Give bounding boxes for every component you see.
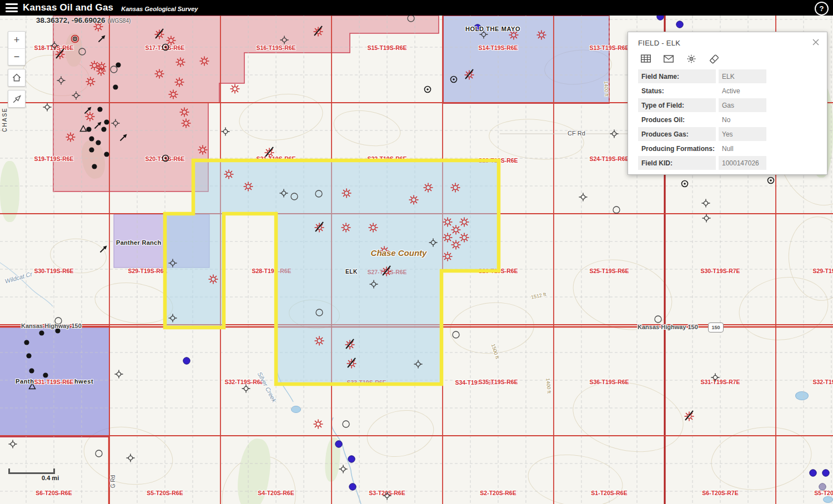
well-gas[interactable] bbox=[198, 145, 208, 155]
well-oil[interactable] bbox=[116, 62, 121, 67]
well-gas[interactable] bbox=[509, 31, 519, 40]
close-icon[interactable] bbox=[811, 38, 820, 47]
zoom-out-button[interactable]: − bbox=[8, 48, 25, 65]
well-gas[interactable] bbox=[86, 112, 95, 122]
well-circle[interactable] bbox=[55, 317, 62, 324]
well-oil[interactable] bbox=[113, 84, 118, 89]
well-oil[interactable] bbox=[92, 164, 97, 169]
well-gas[interactable] bbox=[342, 223, 351, 233]
well-gas[interactable] bbox=[443, 233, 453, 243]
well-dry[interactable] bbox=[72, 92, 81, 100]
well-dry[interactable] bbox=[280, 189, 288, 198]
well-oil[interactable] bbox=[86, 127, 91, 132]
well-dry[interactable] bbox=[43, 103, 52, 112]
well-gas-abd[interactable] bbox=[314, 26, 323, 37]
well-dry[interactable] bbox=[702, 214, 711, 223]
well-gas[interactable] bbox=[167, 36, 176, 46]
tag-icon[interactable] bbox=[707, 53, 721, 65]
well-oil[interactable] bbox=[89, 136, 94, 141]
well-gas[interactable] bbox=[314, 420, 323, 429]
well-dry[interactable] bbox=[280, 36, 289, 44]
well-circdot[interactable] bbox=[682, 181, 688, 187]
well-oil[interactable] bbox=[101, 127, 106, 132]
well-arrow[interactable] bbox=[121, 134, 127, 141]
previous-extent-button[interactable] bbox=[8, 90, 25, 107]
well-blue[interactable] bbox=[810, 470, 816, 476]
well-gas[interactable] bbox=[315, 336, 324, 346]
well-gas[interactable] bbox=[244, 182, 253, 191]
well-circle[interactable] bbox=[96, 450, 102, 457]
well-circle[interactable] bbox=[111, 66, 117, 73]
well-gas[interactable] bbox=[175, 78, 184, 87]
well-oil[interactable] bbox=[89, 147, 94, 152]
help-icon[interactable]: ? bbox=[815, 2, 829, 16]
well-gas[interactable] bbox=[66, 133, 76, 142]
well-gas[interactable] bbox=[209, 275, 218, 284]
well-gas[interactable] bbox=[451, 240, 461, 250]
well-dry[interactable] bbox=[702, 199, 710, 208]
well-gas[interactable] bbox=[97, 67, 106, 76]
well-circle[interactable] bbox=[408, 15, 414, 22]
well-gas[interactable] bbox=[380, 246, 389, 256]
well-circle[interactable] bbox=[453, 331, 459, 338]
well-blue[interactable] bbox=[676, 21, 683, 28]
well-gas[interactable] bbox=[169, 90, 178, 99]
well-oil[interactable] bbox=[104, 152, 109, 157]
well-dry[interactable] bbox=[429, 239, 438, 247]
well-dry[interactable] bbox=[169, 259, 177, 268]
well-arrow[interactable] bbox=[99, 36, 106, 42]
well-gas-abd[interactable] bbox=[685, 411, 694, 421]
well-arrow[interactable] bbox=[101, 246, 107, 253]
well-circdot[interactable] bbox=[163, 155, 169, 162]
well-dry[interactable] bbox=[579, 193, 588, 201]
well-gas[interactable] bbox=[451, 183, 460, 193]
well-dry[interactable] bbox=[383, 492, 392, 500]
well-gas[interactable] bbox=[369, 223, 378, 233]
well-triangle[interactable] bbox=[81, 126, 87, 132]
well-blue[interactable] bbox=[474, 24, 481, 31]
well-circle[interactable] bbox=[79, 48, 86, 55]
well-dry[interactable] bbox=[51, 42, 59, 50]
well-dry[interactable] bbox=[711, 374, 720, 382]
well-oil[interactable] bbox=[55, 328, 60, 333]
well-oil[interactable] bbox=[104, 119, 109, 124]
well-gas[interactable] bbox=[537, 31, 546, 40]
well-circle[interactable] bbox=[291, 193, 298, 200]
well-oil[interactable] bbox=[26, 353, 31, 358]
well-dry[interactable] bbox=[242, 385, 250, 393]
well-gas[interactable] bbox=[460, 218, 469, 227]
well-circle[interactable] bbox=[316, 309, 323, 316]
well-circle[interactable] bbox=[613, 206, 620, 213]
well-oil[interactable] bbox=[97, 107, 102, 112]
well-dry[interactable] bbox=[339, 465, 348, 473]
well-dry[interactable] bbox=[169, 314, 177, 322]
well-gas[interactable] bbox=[180, 108, 189, 117]
well-gas[interactable] bbox=[443, 252, 453, 261]
sun-icon[interactable] bbox=[685, 53, 698, 65]
well-gas[interactable] bbox=[230, 84, 240, 94]
well-gas[interactable] bbox=[443, 218, 453, 227]
well-circle[interactable] bbox=[343, 421, 349, 427]
zoom-in-button[interactable]: + bbox=[8, 32, 25, 48]
well-gas-abd[interactable] bbox=[347, 358, 357, 369]
well-gas[interactable] bbox=[409, 195, 419, 205]
well-gas-abd[interactable] bbox=[345, 339, 355, 350]
well-blue[interactable] bbox=[822, 470, 829, 476]
well-circdot[interactable] bbox=[768, 178, 774, 184]
well-dry[interactable] bbox=[57, 77, 66, 85]
well-gas[interactable] bbox=[342, 189, 352, 198]
well-dry[interactable] bbox=[115, 370, 123, 379]
well-gas[interactable] bbox=[460, 233, 469, 243]
well-dry[interactable] bbox=[480, 31, 488, 39]
envelope-icon[interactable] bbox=[662, 53, 675, 65]
well-dry[interactable] bbox=[127, 454, 135, 462]
well-gas[interactable] bbox=[86, 77, 96, 87]
well-gray-dot[interactable] bbox=[819, 483, 826, 490]
well-gas[interactable] bbox=[182, 119, 191, 128]
well-dry[interactable] bbox=[370, 280, 378, 289]
well-circdot[interactable] bbox=[425, 87, 431, 93]
well-gas[interactable] bbox=[451, 225, 461, 235]
well-blue[interactable] bbox=[335, 441, 342, 447]
well-dry[interactable] bbox=[610, 130, 619, 138]
well-dry[interactable] bbox=[9, 440, 17, 448]
